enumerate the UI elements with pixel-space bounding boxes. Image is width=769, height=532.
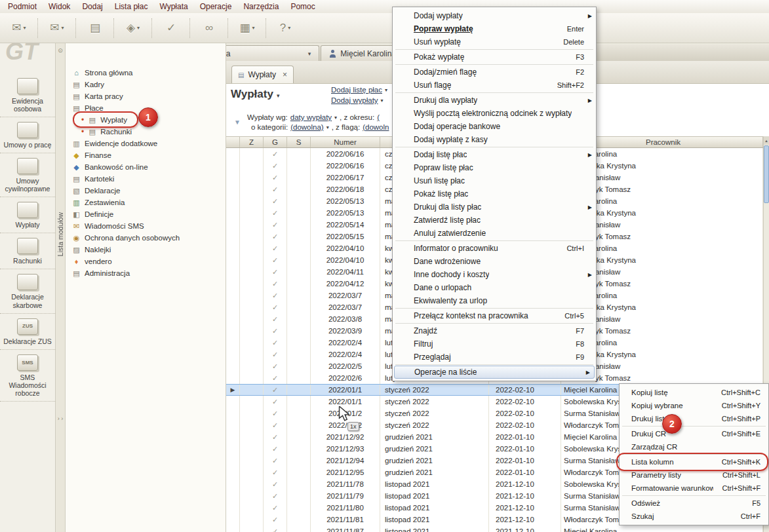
tree-item-strona-glowna[interactable]: ⌂Strona główna [66, 67, 226, 79]
menu-item-informator-o-pracowniku[interactable]: Informator o pracownikuCtrl+I [393, 242, 596, 255]
menubar-item-podmiot[interactable]: Podmiot [2, 1, 43, 12]
chevron-down-icon[interactable]: ▾ [137, 25, 140, 31]
column-header-g[interactable]: G [264, 137, 287, 147]
menubar-item-wyplata[interactable]: Wypłata [153, 1, 193, 12]
menubar-item-widok[interactable]: Widok [43, 1, 76, 12]
menubar-item-narzedzia[interactable]: Narzędzia [237, 1, 285, 12]
column-header-s[interactable]: S [287, 137, 311, 147]
menu-item-dodaj-operacje-bankowe[interactable]: Dodaj operacje bankowe [393, 120, 596, 133]
menu-item-zarzadzaj-cr[interactable]: Zarządzaj CR [620, 440, 768, 453]
chevron-down-icon[interactable]: ▾ [288, 25, 290, 31]
tree-item-kartoteki[interactable]: ▤Kartoteki [66, 173, 226, 185]
menu-item-zatwierdz-liste-plac[interactable]: Zatwierdź listę płac [393, 214, 596, 227]
rail-item-rachunki[interactable]: Rachunki [0, 233, 55, 269]
chevron-down-icon[interactable]: ▾ [308, 50, 311, 57]
page-title[interactable]: Wypłaty ▾ [231, 88, 279, 101]
menu-item-dane-o-urlopach[interactable]: Dane o urlopach [393, 281, 596, 294]
menu-item-filtruj[interactable]: FiltrujF8 [393, 337, 596, 351]
column-header-numer[interactable]: Numer [311, 137, 380, 147]
tree-item-bankowosc-on-line[interactable]: ◆Bankowość on-line [66, 161, 226, 173]
payroll-stack-button[interactable]: ▤ [80, 16, 110, 40]
chevron-down-icon[interactable]: ▾ [252, 25, 255, 31]
tree-item-deklaracje[interactable]: ▧Deklaracje [66, 185, 226, 197]
menu-item-popraw-liste-plac[interactable]: Popraw listę płac [393, 161, 596, 174]
menu-item-przelacz-kontekst-na-pracownika[interactable]: Przełącz kontekst na pracownikaCtrl+5 [393, 309, 596, 322]
menu-item-pokaz-liste-plac[interactable]: Pokaż listę płac [393, 187, 596, 200]
menu-item-anuluj-zatwierdzenie[interactable]: Anuluj zatwierdzenie [393, 227, 596, 240]
menu-item-drukuj-cr[interactable]: Drukuj CRCtrl+Shift+E [620, 427, 768, 440]
menu-item-dodaj-wyplate-z-kasy[interactable]: Dodaj wypłatę z kasy [393, 133, 596, 146]
tree-item-zestawienia[interactable]: ▥Zestawienia [66, 197, 226, 208]
filter-by-link[interactable]: daty wypłaty [290, 113, 332, 121]
scroll-thumb[interactable] [764, 145, 769, 203]
menu-item-kopiuj-liste[interactable]: Kopiuj listęCtrl+Shift+C [620, 386, 768, 399]
page-tab-wyplaty[interactable]: ▤ Wypłaty × [231, 66, 294, 83]
menubar-item-lista-plac[interactable]: Lista płac [109, 1, 154, 12]
chevron-down-icon[interactable]: ▾ [62, 25, 64, 31]
tree-item-vendero[interactable]: ♦vendero [66, 256, 226, 267]
menubar-item-dodaj[interactable]: Dodaj [76, 1, 108, 12]
menu-item-popraw-wyplate[interactable]: Popraw wypłatęEnter [393, 22, 596, 35]
menu-item-drukuj-dla-wyplaty[interactable]: Drukuj dla wypłaty▶ [393, 94, 596, 107]
add-payments-link[interactable]: Dodaj wypłaty ▾ [331, 96, 387, 104]
tag-button[interactable]: ◈▾ [118, 16, 148, 40]
chevron-down-icon[interactable]: ▾ [24, 25, 26, 31]
period-link[interactable]: ( [377, 113, 380, 121]
column-header-z[interactable]: Z [240, 137, 264, 147]
menu-item-pokaz-wyplate[interactable]: Pokaż wypłatęF3 [393, 50, 596, 64]
print-button[interactable]: ▦▾ [232, 16, 262, 40]
menu-item-dodaj-wyplaty[interactable]: Dodaj wypłaty▶ [393, 9, 596, 22]
menu-item-formatowanie-warunkowe[interactable]: Formatowanie warunkoweCtrl+Shift+F [620, 482, 768, 495]
tree-item-definicje[interactable]: ◧Definicje [66, 208, 226, 220]
tree-item-ewidencje-dodatkowe[interactable]: ▥Ewidencje dodatkowe [66, 138, 226, 149]
menubar-item-pomoc[interactable]: Pomoc [285, 1, 321, 12]
pin-icon[interactable]: ⊙ [58, 47, 63, 54]
help-button[interactable]: ?▾ [270, 16, 300, 40]
menu-item-odswiez[interactable]: OdświeżF5 [620, 497, 768, 510]
rail-item-wyplaty[interactable]: Wypłaty [0, 197, 55, 233]
flag-link[interactable]: (dowoln [363, 123, 389, 131]
rail-item-deklaracje-skarbowe[interactable]: Deklaracje skarbowe [0, 269, 55, 313]
rail-item-umowy-o-prace[interactable]: Umowy o pracę [0, 117, 55, 153]
menu-item-szukaj[interactable]: SzukajCtrl+F [620, 510, 768, 523]
rail-item-ewidencja-osobowa[interactable]: Ewidencja osobowa [0, 73, 55, 117]
tree-item-ochrona-danych-osobowych[interactable]: ◉Ochrona danych osobowych [66, 232, 226, 244]
mail-button[interactable]: ✉▾ [42, 16, 72, 40]
menu-item-operacje-na-liscie[interactable]: Operacje na liście▶ [394, 366, 595, 379]
tree-item-kadry[interactable]: ▤Kadry [66, 79, 226, 90]
send-mail-button[interactable]: ✉▾ [4, 16, 34, 40]
menu-item-dodaj-liste-plac[interactable]: Dodaj listę płac▶ [393, 148, 596, 161]
share-button[interactable]: ∞ [194, 16, 224, 40]
menu-item-przegladaj[interactable]: PrzeglądajF9 [393, 351, 596, 364]
tree-item-finanse[interactable]: ◆Finanse [66, 149, 226, 161]
menu-item-usun-liste-plac[interactable]: Usuń listę płac [393, 174, 596, 187]
chevron-icons[interactable]: › › [58, 415, 64, 423]
menu-item-usun-wyplate[interactable]: Usuń wypłatęDelete [393, 35, 596, 48]
table-row[interactable]: ✓2021/11/87listopad 20212021-12-10Mięcie… [226, 525, 763, 532]
close-icon[interactable]: × [283, 70, 287, 79]
rail-item-umowy-cywilnoprawne[interactable]: Umowy cywilnoprawne [0, 153, 55, 197]
menu-item-dane-wdrozeniowe[interactable]: Dane wdrożeniowe [393, 255, 596, 268]
tree-item-wiadomosci-sms[interactable]: ✉Wiadomości SMS [66, 220, 226, 232]
menu-item-wyslij-poczta-elektroniczna-odcinek-z-wyplaty[interactable]: Wyślij pocztą elektroniczną odcinek z wy… [393, 107, 596, 120]
menu-item-drukuj-dla-listy-plac[interactable]: Drukuj dla listy płac▶ [393, 200, 596, 214]
menu-item-ekwiwalenty-za-urlop[interactable]: Ekwiwalenty za urlop [393, 294, 596, 307]
module-list-strip[interactable]: ⊙ Lista modułów › › [56, 43, 66, 532]
add-payroll-list-link[interactable]: Dodaj listę płac ▾ [331, 86, 387, 94]
menubar-item-operacje[interactable]: Operacje [194, 1, 238, 12]
rail-item-sms-wiadomosci-robocze[interactable]: SMSSMS Wiadomości robocze [0, 350, 55, 402]
menu-item-inne-dochody-i-koszty[interactable]: Inne dochody i koszty▶ [393, 268, 596, 281]
category-link[interactable]: (dowolna) [290, 123, 324, 131]
menu-item-drukuj-liste[interactable]: Drukuj listęCtrl+Shift+P [620, 412, 768, 425]
stamp-button[interactable]: ✓ [156, 16, 186, 40]
scroll-up-icon[interactable]: ▲ [764, 136, 769, 145]
menu-item-znajdz[interactable]: ZnajdźF7 [393, 324, 596, 337]
tree-item-karta-pracy[interactable]: ▤Karta pracy [66, 90, 226, 102]
menu-item-dodaj-zmien-flage[interactable]: Dodaj/zmień flagęF2 [393, 66, 596, 79]
menu-item-usun-flage[interactable]: Usuń flagęShift+F2 [393, 79, 596, 92]
tree-item-administracja[interactable]: ▤Administracja [66, 267, 226, 279]
tree-item-naklejki[interactable]: ▨Naklejki [66, 244, 226, 256]
menu-item-kopiuj-wybrane[interactable]: Kopiuj wybraneCtrl+Shift+Y [620, 399, 768, 412]
rail-item-deklaracje-zus[interactable]: ZUSDeklaracje ZUS [0, 314, 55, 350]
filter-funnel-icon[interactable]: ▼ [234, 119, 241, 131]
